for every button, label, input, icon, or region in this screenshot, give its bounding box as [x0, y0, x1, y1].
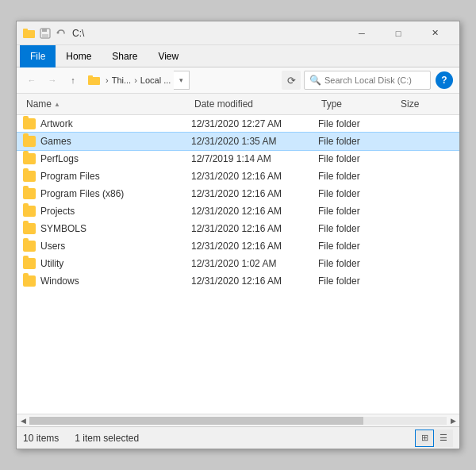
file-date-cell: 12/31/2020 12:16 AM — [191, 275, 318, 287]
file-name-label: Program Files (x86) — [40, 188, 124, 199]
file-name-label: Artwork — [40, 118, 73, 129]
search-input[interactable] — [324, 75, 425, 85]
table-row[interactable]: Program Files (x86)12/31/2020 12:16 AMFi… — [17, 185, 459, 202]
status-bar: 10 items 1 item selected ⊞ ☰ — [17, 426, 459, 449]
table-row[interactable]: Games12/31/2020 1:35 AMFile folder — [17, 133, 459, 150]
file-type-cell: File folder — [318, 118, 397, 129]
file-date-cell: 12/31/2020 12:16 AM — [191, 241, 318, 252]
scroll-right-button[interactable]: ▶ — [447, 414, 459, 427]
col-name-label: Name — [26, 98, 52, 110]
window-title: C:\ — [72, 28, 344, 39]
file-name-label: Utility — [40, 258, 63, 269]
file-name-cell: Program Files (x86) — [23, 188, 191, 199]
col-date-label: Date modified — [194, 98, 253, 110]
file-name-cell: Projects — [23, 206, 191, 217]
file-type-cell: File folder — [318, 171, 397, 182]
breadcrumb-sep-1: › — [106, 75, 109, 85]
folder-icon — [23, 241, 36, 252]
table-row[interactable]: Artwork12/31/2020 12:27 AMFile folder — [17, 115, 459, 133]
folder-icon — [23, 153, 36, 164]
col-size-label: Size — [401, 98, 419, 110]
table-row[interactable]: PerfLogs12/7/2019 1:14 AMFile folder — [17, 150, 459, 168]
col-header-size[interactable]: Size — [397, 97, 453, 111]
minimize-button[interactable]: ─ — [344, 21, 380, 45]
folder-icon — [23, 118, 36, 129]
folder-icon — [23, 171, 36, 182]
title-controls: ─ □ ✕ — [344, 21, 453, 45]
title-bar: C:\ ─ □ ✕ — [17, 21, 459, 45]
restore-button[interactable]: □ — [380, 21, 416, 45]
col-header-date[interactable]: Date modified — [191, 97, 318, 111]
svg-rect-7 — [88, 75, 93, 79]
folder-icon — [23, 136, 36, 147]
address-bar: ← → ↑ › Thi... › Local ... ▾ ⟳ 🔍 ? — [17, 67, 459, 94]
table-row[interactable]: Windows12/31/2020 12:16 AMFile folder — [17, 272, 459, 290]
file-name-cell: PerfLogs — [23, 153, 191, 164]
file-type-cell: File folder — [318, 153, 397, 164]
breadcrumb-thi[interactable]: Thi... — [112, 75, 131, 85]
up-button[interactable]: ↑ — [64, 71, 82, 89]
close-button[interactable]: ✕ — [416, 21, 453, 45]
table-row[interactable]: SYMBOLS12/31/2020 12:16 AMFile folder — [17, 220, 459, 237]
file-name-cell: Users — [23, 241, 191, 252]
title-undo-icon — [55, 27, 67, 40]
grid-view-button[interactable]: ⊞ — [415, 430, 434, 447]
ribbon: File Home Share View — [17, 45, 459, 67]
folder-icon — [23, 258, 36, 269]
col-header-type[interactable]: Type — [318, 97, 397, 111]
file-name-label: SYMBOLS — [40, 223, 86, 234]
tab-share[interactable]: Share — [102, 45, 148, 67]
path-folder-icon — [88, 75, 101, 86]
refresh-button[interactable]: ⟳ — [282, 71, 301, 90]
table-row[interactable]: Utility12/31/2020 1:02 AMFile folder — [17, 255, 459, 272]
file-date-cell: 12/31/2020 12:16 AM — [191, 188, 318, 199]
file-date-cell: 12/31/2020 12:27 AM — [191, 118, 318, 129]
file-name-cell: Artwork — [23, 118, 191, 129]
file-name-label: Games — [40, 136, 71, 147]
file-type-cell: File folder — [318, 275, 397, 287]
item-count: 10 items — [23, 433, 59, 444]
file-list-area: Name ▲ Date modified Type Size Artwork12… — [17, 94, 459, 426]
table-row[interactable]: Users12/31/2020 12:16 AMFile folder — [17, 237, 459, 255]
file-name-cell: Windows — [23, 275, 191, 287]
tab-home[interactable]: Home — [56, 45, 102, 67]
file-date-cell: 12/7/2019 1:14 AM — [191, 153, 318, 164]
file-type-cell: File folder — [318, 223, 397, 234]
sort-asc-icon: ▲ — [54, 101, 60, 108]
folder-icon — [23, 223, 36, 234]
file-name-cell: Utility — [23, 258, 191, 269]
file-name-label: Windows — [40, 275, 79, 287]
scroll-thumb[interactable] — [29, 417, 363, 425]
folder-icon — [23, 275, 36, 287]
tab-view[interactable]: View — [148, 45, 189, 67]
file-date-cell: 12/31/2020 12:16 AM — [191, 206, 318, 217]
horizontal-scrollbar: ◀ ▶ — [17, 414, 459, 426]
search-box: 🔍 — [304, 71, 431, 90]
svg-rect-3 — [42, 29, 47, 32]
explorer-window: C:\ ─ □ ✕ File Home Share View ← → ↑ › — [16, 21, 460, 449]
search-icon: 🔍 — [309, 75, 321, 86]
scroll-track[interactable] — [29, 417, 447, 425]
address-dropdown-button[interactable]: ▾ — [174, 71, 190, 90]
list-view-button[interactable]: ☰ — [434, 430, 453, 447]
back-button[interactable]: ← — [23, 71, 40, 89]
file-date-cell: 12/31/2020 1:02 AM — [191, 258, 318, 269]
scroll-left-button[interactable]: ◀ — [17, 414, 29, 427]
forward-button[interactable]: → — [44, 71, 61, 89]
svg-rect-1 — [23, 29, 28, 32]
file-date-cell: 12/31/2020 12:16 AM — [191, 223, 318, 234]
help-button[interactable]: ? — [436, 71, 453, 89]
file-name-cell: SYMBOLS — [23, 223, 191, 234]
table-row[interactable]: Program Files12/31/2020 12:16 AMFile fol… — [17, 168, 459, 185]
col-header-name[interactable]: Name ▲ — [23, 97, 191, 111]
ribbon-tabs: File Home Share View — [17, 45, 459, 67]
file-date-cell: 12/31/2020 1:35 AM — [191, 136, 318, 147]
file-type-cell: File folder — [318, 206, 397, 217]
table-row[interactable]: Projects12/31/2020 12:16 AMFile folder — [17, 202, 459, 220]
breadcrumb-local[interactable]: Local ... — [140, 75, 171, 85]
file-list: Artwork12/31/2020 12:27 AMFile folderGam… — [17, 115, 459, 414]
title-bar-icons — [23, 27, 67, 40]
file-type-cell: File folder — [318, 188, 397, 199]
file-type-cell: File folder — [318, 241, 397, 252]
tab-file[interactable]: File — [20, 45, 56, 67]
